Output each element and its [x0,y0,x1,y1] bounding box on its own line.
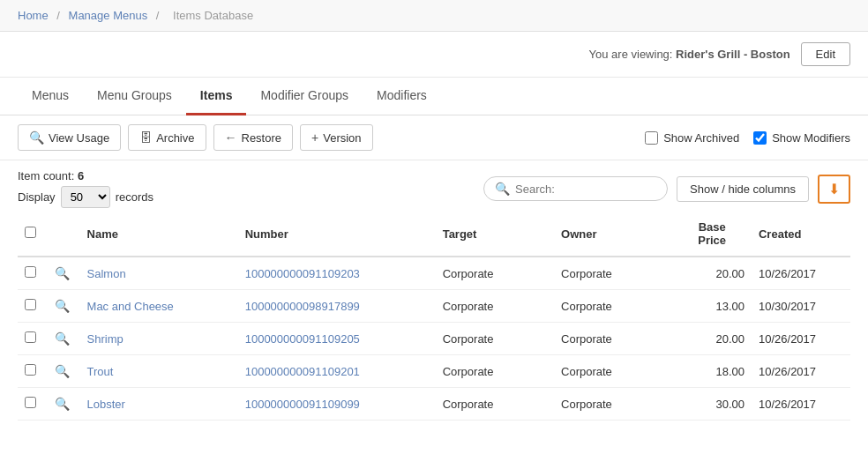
archive-icon: 🗄 [139,130,152,145]
row-checkbox-2[interactable] [25,331,36,343]
restore-button[interactable]: ← Restore [213,124,294,151]
row-checkbox-4[interactable] [25,397,36,408]
item-created-4: 10/26/2017 [752,388,850,421]
table-row: 🔍 Shrimp 100000000091109205 Corporate Co… [18,323,850,355]
tabs-nav: Menus Menu Groups Items Modifier Groups … [0,78,868,115]
item-owner-2: Corporate [554,323,672,355]
item-owner-0: Corporate [554,257,672,290]
viewing-text: You are viewing: Rider's Grill - Boston [589,48,790,61]
breadcrumb: Home / Manage Menus / Items Database [0,0,868,32]
item-number-link-2[interactable]: 100000000091109205 [245,332,360,346]
row-checkbox-3[interactable] [25,364,36,376]
archive-button[interactable]: 🗄 Archive [128,124,206,151]
breadcrumb-manage-menus[interactable]: Manage Menus [69,9,148,22]
item-owner-4: Corporate [554,388,672,421]
item-name-link-4[interactable]: Lobster [87,398,125,411]
show-modifiers-label[interactable]: Show Modifiers [753,131,850,145]
header-created: Created [752,212,850,257]
item-name-link-3[interactable]: Trout [87,365,114,378]
tab-menus[interactable]: Menus [18,78,83,115]
search-input[interactable] [515,182,656,196]
header-number: Number [238,212,436,257]
records-per-page-select[interactable]: 50 25 100 [61,186,110,208]
header-select-all [18,212,48,257]
show-hide-columns-button[interactable]: Show / hide columns [677,176,809,202]
item-created-3: 10/26/2017 [752,355,850,388]
restore-icon: ← [225,130,237,145]
item-target-1: Corporate [436,290,554,323]
version-icon: + [311,130,318,145]
item-name-link-2[interactable]: Shrimp [87,332,123,346]
item-owner-1: Corporate [554,290,672,323]
item-target-3: Corporate [436,355,554,388]
tab-modifiers[interactable]: Modifiers [363,78,441,115]
select-all-checkbox[interactable] [25,227,36,238]
item-created-1: 10/30/2017 [752,290,850,323]
table-row: 🔍 Trout 100000000091109201 Corporate Cor… [18,355,850,388]
item-name-link-1[interactable]: Mac and Cheese [87,300,174,313]
row-search-icon-2[interactable]: 🔍 [55,331,70,346]
header-owner: Owner [554,212,672,257]
tab-items[interactable]: Items [186,78,247,115]
item-target-2: Corporate [436,323,554,355]
row-search-icon-1[interactable]: 🔍 [55,299,70,313]
item-number-link-4[interactable]: 100000000091109099 [245,398,360,411]
item-number-link-1[interactable]: 100000000098917899 [245,300,360,313]
item-target-4: Corporate [436,388,554,421]
view-usage-button[interactable]: 🔍 View Usage [18,124,121,151]
top-bar: You are viewing: Rider's Grill - Boston … [0,32,868,78]
display-row: Display 50 25 100 records [18,186,153,208]
restaurant-name: Rider's Grill - Boston [676,48,790,61]
show-modifiers-checkbox[interactable] [753,131,767,145]
toolbar: 🔍 View Usage 🗄 Archive ← Restore + Versi… [0,115,868,160]
item-owner-3: Corporate [554,355,672,388]
item-target-0: Corporate [436,257,554,290]
header-base-price: BasePrice [672,212,752,257]
breadcrumb-current: Items Database [173,9,253,22]
item-price-4: 30.00 [672,388,752,421]
item-price-2: 20.00 [672,323,752,355]
item-price-3: 18.00 [672,355,752,388]
items-table: Name Number Target Owner BasePrice Creat… [18,212,850,421]
row-search-icon-4[interactable]: 🔍 [55,397,70,411]
row-checkbox-0[interactable] [25,266,36,278]
table-row: 🔍 Lobster 100000000091109099 Corporate C… [18,388,850,421]
header-name: Name [80,212,238,257]
item-price-0: 20.00 [672,257,752,290]
show-archived-label[interactable]: Show Archived [645,131,739,145]
row-search-icon-3[interactable]: 🔍 [55,364,70,378]
controls-right: 🔍 Show / hide columns ⬇ [483,175,850,204]
search-icon: 🔍 [495,182,510,196]
item-number-link-0[interactable]: 100000000091109203 [245,267,360,280]
item-created-0: 10/26/2017 [752,257,850,290]
item-count: Item count: 6 [18,169,153,182]
item-price-1: 13.00 [672,290,752,323]
edit-button[interactable]: Edit [801,42,850,66]
toolbar-right: Show Archived Show Modifiers [645,131,850,145]
tab-modifier-groups[interactable]: Modifier Groups [246,78,363,115]
view-usage-icon: 🔍 [29,130,44,145]
item-name-link-0[interactable]: Salmon [87,267,126,280]
row-checkbox-1[interactable] [25,299,36,310]
item-number-link-3[interactable]: 100000000091109201 [245,365,360,378]
table-row: 🔍 Salmon 100000000091109203 Corporate Co… [18,257,850,290]
tab-menu-groups[interactable]: Menu Groups [83,78,186,115]
breadcrumb-home[interactable]: Home [18,9,49,22]
download-icon: ⬇ [828,181,840,197]
row-search-icon-0[interactable]: 🔍 [55,266,70,280]
version-button[interactable]: + Version [300,124,373,151]
search-box: 🔍 [483,176,668,201]
download-button[interactable]: ⬇ [818,175,850,204]
item-count-value: 6 [78,169,84,182]
show-archived-checkbox[interactable] [645,131,658,145]
item-created-2: 10/26/2017 [752,323,850,355]
header-target: Target [436,212,554,257]
table-row: 🔍 Mac and Cheese 100000000098917899 Corp… [18,290,850,323]
items-table-container: Name Number Target Owner BasePrice Creat… [0,212,868,421]
